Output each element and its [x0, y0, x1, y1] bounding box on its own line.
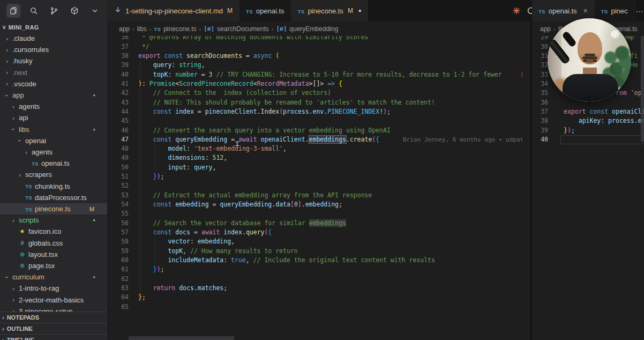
tree-item-dataprocessor-ts[interactable]: TSdataProcessor.ts — [0, 192, 107, 203]
close-icon[interactable]: × — [583, 6, 588, 15]
breadcrumb[interactable]: app›libs›TSpinecone.ts›[ø]searchDocument… — [107, 21, 530, 36]
tab-1-setting-up-pinecone-client-md[interactable]: 1-setting-up-pinecone-client.mdM — [107, 0, 239, 21]
code-line-50[interactable]: 50 input: query, — [107, 163, 522, 173]
tree-item-2-vector-math-basics[interactable]: ›2-vector-math-basics — [0, 294, 107, 306]
tree-item-libs[interactable]: ›libs● — [0, 124, 107, 135]
explorer-root-header[interactable]: ∨ MINI_RAG — [0, 21, 107, 33]
tree-item--husky[interactable]: ›.husky — [0, 55, 107, 66]
breadcrumb-item[interactable]: app — [119, 25, 130, 33]
tree-item-agents[interactable]: ›agents — [0, 146, 107, 158]
explorer-sidebar: ∨ MINI_RAG ›.claude›.cursorrules›.husky›… — [0, 21, 107, 340]
vscode-window: 1-setting-up-pinecone-client.mdMTSopenai… — [0, 0, 644, 340]
code-line-59[interactable]: 59 topK, // How many results to return — [107, 247, 522, 256]
code-text: const queryEmbedding = await openaiClien… — [138, 135, 379, 144]
code-line-44[interactable]: 44 const index = pineconeClient.Index(pr… — [107, 107, 522, 117]
extensions-icon[interactable] — [68, 4, 81, 18]
search-icon[interactable] — [27, 4, 41, 18]
breadcrumb-separator: › — [272, 26, 274, 32]
code-line-60[interactable]: 60 includeMetadata: true, // Include the… — [107, 256, 522, 265]
tree-item-chunking-ts[interactable]: TSchunking.ts — [0, 181, 107, 192]
tree-item-openai[interactable]: ›openai — [0, 135, 107, 146]
code-line-38[interactable]: 38 apiKey: process.en — [532, 116, 644, 126]
tree-item--vscode[interactable]: ›.vscode — [0, 78, 107, 90]
code-line-62[interactable]: 62 — [107, 275, 522, 284]
code-line-56[interactable]: 56 // Search the vector database for sim… — [107, 219, 522, 228]
code-text: // NOTE: This should probably be renamed… — [138, 98, 435, 107]
code-line-57[interactable]: 57 const docs = await index.query({ — [107, 228, 522, 238]
chevron-right-icon: › — [4, 58, 10, 64]
tree-item-curriculum[interactable]: ›curriculum● — [0, 271, 107, 283]
breadcrumb-item[interactable]: searchDocuments — [217, 25, 269, 33]
tab-pinecone-ts[interactable]: TSpinecone.tsM● — [291, 0, 369, 21]
right-vertical-scrollbar[interactable] — [641, 23, 644, 142]
tree-item-agents[interactable]: ›agents — [0, 101, 107, 112]
section-outline[interactable]: ›OUTLINE — [0, 323, 107, 334]
tree-item-globals-css[interactable]: #globals.css — [0, 238, 107, 249]
code-line-54[interactable]: 54 const embedding = queryEmbedding.data… — [107, 200, 522, 210]
tree-item-openai-ts[interactable]: TSopenai.ts — [0, 158, 107, 169]
code-line-43[interactable]: 43 // NOTE: This should probably be rena… — [107, 98, 522, 108]
tree-item-pinecone-ts[interactable]: TSpinecone.tsM — [0, 203, 107, 215]
breadcrumb-item[interactable]: libs — [137, 25, 147, 33]
line-number: 50 — [107, 163, 129, 172]
more-actions-icon[interactable]: ⋯ — [636, 6, 644, 16]
tree-item--cursorrules[interactable]: ›.cursorrules — [0, 44, 107, 55]
tree-item-scripts[interactable]: ›scripts● — [0, 215, 107, 226]
editor-main[interactable]: 36 * @returns Array of matching document… — [107, 0, 522, 340]
file-label: pinecone.ts — [35, 205, 71, 213]
code-line-42[interactable]: 42 // Connect to the index (collection o… — [107, 88, 522, 98]
code-line-39[interactable]: 39}); — [532, 126, 644, 136]
code-line-40[interactable]: 40 — [532, 135, 644, 145]
tab-openai-ts[interactable]: TSopenai.ts — [239, 0, 291, 21]
code-line-61[interactable]: 61 }); — [107, 265, 522, 275]
code-line-65[interactable]: 65 — [107, 302, 522, 312]
code-line-45[interactable]: 45 — [107, 116, 522, 126]
tree-item-favicon-ico[interactable]: ★favicon.ico — [0, 226, 107, 237]
section-notepads[interactable]: ›NOTEPADS — [0, 312, 107, 323]
breadcrumb-item[interactable]: app — [540, 25, 551, 33]
line-number: 60 — [107, 256, 129, 265]
code-line-53[interactable]: 53 // Extract the actual embedding array… — [107, 191, 522, 201]
code-line-46[interactable]: 46 // Convert the search query into a ve… — [107, 126, 522, 136]
tree-item-api[interactable]: ›api — [0, 112, 107, 123]
source-control-icon[interactable] — [47, 4, 61, 18]
code-line-37[interactable]: 37export const openaiCli — [532, 107, 644, 117]
files-icon[interactable] — [6, 4, 20, 18]
tree-item-page-tsx[interactable]: ⊛page.tsx — [0, 260, 107, 271]
code-line-63[interactable]: 63 return docs.matches; — [107, 284, 522, 293]
file-label: agents — [32, 148, 53, 156]
code-line-49[interactable]: 49 dimensions: 512, — [107, 153, 522, 163]
code-line-55[interactable]: 55 — [107, 209, 522, 219]
code-line-64[interactable]: 64}; — [107, 293, 522, 302]
code-line-58[interactable]: 58 vector: embedding, — [107, 237, 522, 247]
tab-pinec[interactable]: TSpinec — [595, 0, 635, 21]
code-text: */ — [138, 42, 149, 51]
chevron-right-icon: › — [11, 104, 16, 110]
horizontal-scrollbar[interactable] — [129, 336, 234, 340]
line-number: 59 — [107, 247, 129, 256]
change-dot: ● — [93, 127, 95, 132]
tree-item--next[interactable]: ›.next — [0, 67, 107, 78]
editor-group-divider[interactable] — [530, 0, 532, 340]
code-line-41[interactable]: 41): Promise<ScoredPineconeRecord<Record… — [107, 79, 522, 89]
tree-item-scrapers[interactable]: ›scrapers — [0, 169, 107, 180]
code-line-39[interactable]: 39 query: string, — [107, 61, 522, 70]
code-line-47[interactable]: 47 const queryEmbedding = await openaiCl… — [107, 135, 522, 145]
code-line-51[interactable]: 51 }); — [107, 172, 522, 182]
code-line-52[interactable]: 52 — [107, 181, 522, 191]
section-timeline[interactable]: ›TIMELINE — [0, 334, 107, 340]
code-line-37[interactable]: 37 */ — [107, 42, 522, 52]
tree-item--claude[interactable]: ›.claude — [0, 33, 107, 44]
tree-item-layout-tsx[interactable]: ⊛layout.tsx — [0, 249, 107, 260]
code-line-40[interactable]: 40 topK: number = 3 // TRY CHANGING: Inc… — [107, 70, 522, 80]
breadcrumb-item[interactable]: queryEmbedding — [289, 25, 338, 33]
code-line-38[interactable]: 38export const searchDocuments = async ( — [107, 51, 522, 61]
code-text: const index = pineconeClient.Index(proce… — [138, 107, 391, 116]
tree-item-app[interactable]: ›app● — [0, 90, 107, 101]
file-label: .cursorrules — [12, 46, 49, 54]
breadcrumb-item[interactable]: pinecone.ts — [163, 25, 196, 33]
chevron-down-icon[interactable] — [88, 4, 102, 18]
claude-icon[interactable] — [512, 6, 521, 16]
tree-item-1-intro-to-rag[interactable]: ›1-intro-to-rag — [0, 283, 107, 294]
code-line-48[interactable]: 48 model: 'text-embedding-3-small', — [107, 144, 522, 154]
